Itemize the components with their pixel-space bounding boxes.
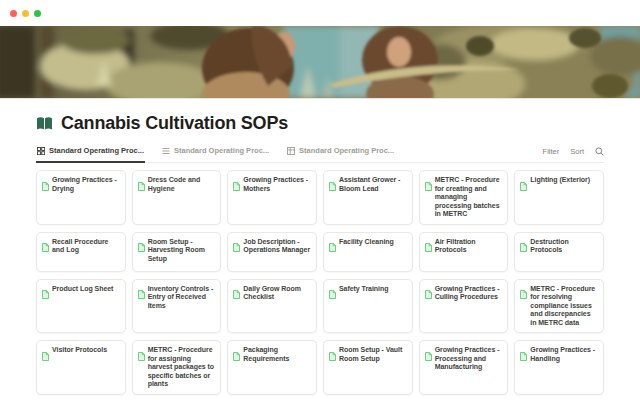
green-document-icon: [138, 285, 145, 294]
table-view-icon: [287, 147, 295, 155]
sop-card-title: Daily Grow Room Checklist: [243, 285, 311, 302]
green-document-icon: [520, 177, 527, 186]
sort-button[interactable]: Sort: [570, 147, 584, 156]
close-window-button[interactable]: [10, 10, 17, 17]
sop-card-title: Packaging Requirements: [243, 346, 311, 363]
sop-card-title: Inventory Controls - Entry of Received I…: [148, 285, 216, 311]
green-document-icon: [138, 238, 145, 247]
sop-card[interactable]: Packaging Requirements: [227, 340, 317, 395]
minimize-window-button[interactable]: [22, 10, 29, 17]
green-document-icon: [425, 238, 432, 247]
page-title: Cannabis Cultivation SOPs: [61, 113, 288, 134]
card-grid: Growing Practices - Drying Dress Code an…: [36, 170, 604, 400]
sop-card-title: Product Log Sheet: [52, 285, 113, 294]
list-view-icon: [162, 147, 170, 155]
tab-standard-operating-procedures-table[interactable]: Standard Operating Proc...: [286, 142, 395, 163]
sop-card-title: Growing Practices - Processing and Manuf…: [435, 346, 503, 372]
green-document-icon: [138, 347, 145, 356]
sop-card[interactable]: Recall Procedure and Log: [36, 232, 126, 272]
sop-card[interactable]: Growing Practices - Culling Procedures: [419, 279, 509, 334]
sop-card[interactable]: Assistant Grower - Bloom Lead: [323, 170, 413, 225]
sop-card-title: Growing Practices - Handling: [530, 346, 598, 363]
sop-card[interactable]: METRC - Procedure for creating and manag…: [419, 170, 509, 225]
green-document-icon: [425, 285, 432, 294]
green-document-icon: [520, 238, 527, 247]
sop-card[interactable]: Air Filtration Protocols: [419, 232, 509, 272]
gallery-view-icon: [37, 147, 45, 155]
sop-card-title: Assistant Grower - Bloom Lead: [339, 176, 407, 193]
tab-standard-operating-procedures-gallery[interactable]: Standard Operating Proc...: [36, 142, 145, 163]
green-document-icon: [425, 177, 432, 186]
green-document-icon: [138, 177, 145, 186]
tab-standard-operating-procedures-list[interactable]: Standard Operating Proc...: [161, 142, 270, 163]
sop-card-title: Facility Cleaning: [339, 238, 394, 247]
green-document-icon: [329, 177, 336, 186]
sop-card-title: METRC - Procedure for assigning harvest …: [148, 346, 216, 389]
green-document-icon: [42, 285, 49, 294]
green-document-icon: [329, 285, 336, 294]
sop-card[interactable]: Growing Practices - Drying: [36, 170, 126, 225]
sop-card-title: Job Description - Operations Manager: [243, 238, 311, 255]
sop-card-title: Growing Practices - Mothers: [243, 176, 311, 193]
filter-button[interactable]: Filter: [543, 147, 560, 156]
sop-card[interactable]: Product Log Sheet: [36, 279, 126, 334]
view-tab-bar: Standard Operating Proc... Standard Oper…: [36, 142, 604, 163]
sop-card-title: Air Filtration Protocols: [435, 238, 503, 255]
green-document-icon: [329, 347, 336, 356]
sop-card[interactable]: Destruction Protocols: [514, 232, 604, 272]
page-content: Cannabis Cultivation SOPs Standard Opera…: [0, 112, 640, 400]
sop-card[interactable]: METRC - Procedure for resolving complian…: [514, 279, 604, 334]
sop-card[interactable]: Room Setup - Harvesting Room Setup: [132, 232, 222, 272]
green-document-icon: [42, 347, 49, 356]
green-open-book-icon: [36, 116, 53, 131]
sop-card-title: Room Setup - Vault Room Setup: [339, 346, 407, 363]
green-document-icon: [329, 238, 336, 247]
sop-card-title: Lighting (Exterior): [530, 176, 590, 185]
green-document-icon: [425, 347, 432, 356]
sop-card-title: Visitor Protocols: [52, 346, 107, 355]
green-document-icon: [233, 177, 240, 186]
sop-card[interactable]: Visitor Protocols: [36, 340, 126, 395]
sop-card[interactable]: Lighting (Exterior): [514, 170, 604, 225]
green-document-icon: [520, 285, 527, 294]
sop-card-title: Dress Code and Hygiene: [148, 176, 216, 193]
tab-label: Standard Operating Proc...: [49, 146, 144, 155]
sop-card-title: Room Setup - Harvesting Room Setup: [148, 238, 216, 264]
sop-card[interactable]: Dress Code and Hygiene: [132, 170, 222, 225]
sop-card[interactable]: Daily Grow Room Checklist: [227, 279, 317, 334]
search-icon[interactable]: [595, 147, 604, 156]
sop-card-title: Growing Practices - Drying: [52, 176, 120, 193]
sop-card[interactable]: Room Setup - Vault Room Setup: [323, 340, 413, 395]
green-document-icon: [233, 238, 240, 247]
green-document-icon: [42, 238, 49, 247]
sop-card[interactable]: Growing Practices - Mothers: [227, 170, 317, 225]
sop-card[interactable]: Facility Cleaning: [323, 232, 413, 272]
sop-card-title: METRC - Procedure for creating and manag…: [435, 176, 503, 219]
window-titlebar: [0, 0, 640, 26]
sop-card[interactable]: Inventory Controls - Entry of Received I…: [132, 279, 222, 334]
sop-card-title: Growing Practices - Culling Procedures: [435, 285, 503, 302]
sop-card-title: Recall Procedure and Log: [52, 238, 120, 255]
cover-image: [0, 26, 640, 99]
tab-label: Standard Operating Proc...: [174, 146, 269, 155]
sop-card[interactable]: Growing Practices - Handling: [514, 340, 604, 395]
sop-card[interactable]: Growing Practices - Processing and Manuf…: [419, 340, 509, 395]
sop-card[interactable]: METRC - Procedure for assigning harvest …: [132, 340, 222, 395]
sop-card-title: Safety Training: [339, 285, 388, 294]
green-document-icon: [42, 177, 49, 186]
sop-card[interactable]: Job Description - Operations Manager: [227, 232, 317, 272]
view-toolbar: Filter Sort: [543, 147, 604, 162]
tab-label: Standard Operating Proc...: [299, 146, 394, 155]
zoom-window-button[interactable]: [34, 10, 41, 17]
sop-card-title: METRC - Procedure for resolving complian…: [530, 285, 598, 328]
page-header: Cannabis Cultivation SOPs: [36, 112, 604, 134]
green-document-icon: [233, 285, 240, 294]
sop-card-title: Destruction Protocols: [530, 238, 598, 255]
green-document-icon: [233, 347, 240, 356]
green-document-icon: [520, 347, 527, 356]
sop-card[interactable]: Safety Training: [323, 279, 413, 334]
